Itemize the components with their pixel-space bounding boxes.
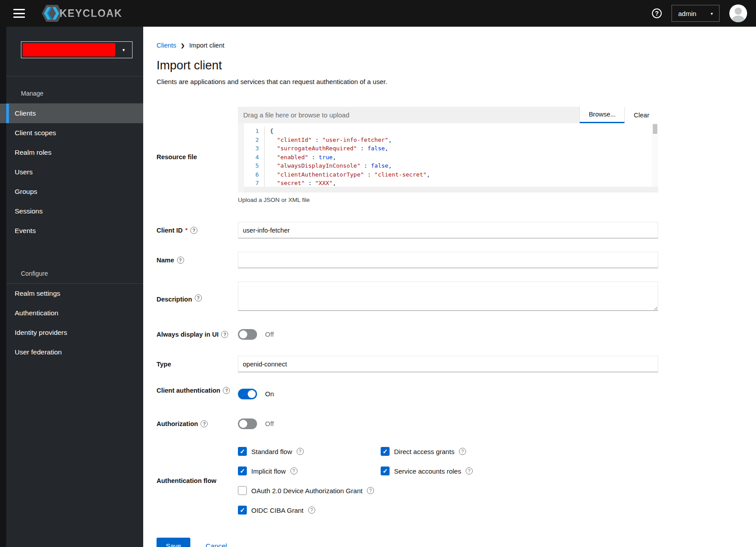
authorization-label: Authorization ? — [157, 415, 238, 432]
nav-section-manage: ManageClientsClient scopesRealm rolesUse… — [0, 85, 143, 241]
always-display-toggle[interactable] — [238, 329, 257, 340]
browse-button[interactable]: Browse... — [579, 107, 624, 123]
client-auth-row: Client authentication ? On — [157, 386, 756, 402]
type-row: Type — [157, 356, 756, 372]
sidebar-item-identity-providers[interactable]: Identity providers — [0, 323, 143, 342]
sidebar-item-clients[interactable]: Clients — [0, 104, 143, 123]
authorization-row: Authorization ? Off — [157, 415, 756, 432]
flow-option-direct-access-grants: ✓Direct access grants? — [381, 447, 658, 456]
avatar[interactable] — [729, 4, 747, 22]
type-input[interactable] — [238, 356, 658, 372]
always-display-row: Always display in UI ? Off — [157, 326, 756, 342]
type-label: Type — [157, 356, 238, 372]
breadcrumb-clients-link[interactable]: Clients — [157, 42, 176, 49]
description-label: Description ? — [157, 282, 238, 313]
save-button[interactable]: Save — [157, 538, 190, 547]
flow-option-oidc-ciba-grant: ✓OIDC CIBA Grant? — [238, 506, 658, 515]
breadcrumb-separator-icon: ❯ — [181, 43, 185, 48]
upload-helper-text: Upload a JSON or XML file — [238, 197, 658, 203]
clear-button[interactable]: Clear — [624, 107, 658, 123]
always-display-label: Always display in UI ? — [157, 326, 238, 342]
help-icon[interactable]: ? — [367, 487, 374, 494]
checkbox-label: Service accounts roles — [394, 467, 461, 475]
client-id-input[interactable] — [238, 222, 658, 238]
checkbox-checked[interactable]: ✓ — [238, 506, 247, 515]
help-icon[interactable]: ? — [290, 467, 298, 475]
help-icon[interactable]: ? — [201, 420, 208, 427]
editor-vertical-scrollbar[interactable] — [652, 123, 658, 187]
toggle-state-text: On — [265, 390, 274, 398]
breadcrumb: Clients ❯ Import client — [157, 42, 756, 49]
sidebar-item-user-federation[interactable]: User federation — [0, 342, 143, 362]
help-icon[interactable]: ? — [308, 507, 315, 514]
editor-code[interactable]: { "clientId" : "user-info-fetcher", "sur… — [265, 127, 652, 187]
help-icon[interactable]: ? — [297, 448, 304, 455]
client-id-label: Client ID * ? — [157, 222, 238, 238]
checkbox-label: Implicit flow — [251, 467, 286, 475]
nav-toggle-icon[interactable] — [13, 9, 25, 18]
checkbox-label: OAuth 2.0 Device Authorization Grant — [251, 487, 362, 495]
flow-option-oauth-2-0-device-authorization-grant: OAuth 2.0 Device Authorization Grant? — [238, 486, 658, 495]
description-row: Description ? — [157, 282, 756, 313]
toggle-state-text: Off — [265, 330, 274, 338]
page-subtitle: Clients are applications and services th… — [157, 78, 756, 85]
client-auth-label: Client authentication ? — [157, 386, 238, 402]
description-textarea[interactable] — [238, 282, 658, 311]
page-title: Import client — [157, 59, 756, 72]
realm-selector[interactable]: ▾ — [21, 41, 133, 58]
flow-option-implicit-flow: ✓Implicit flow? — [238, 467, 381, 475]
client-auth-toggle[interactable] — [238, 389, 257, 399]
chevron-down-icon: ▾ — [115, 47, 132, 53]
brand-name: KEYCLOAK — [60, 8, 122, 20]
user-dropdown-label: admin — [678, 10, 696, 17]
nav-section-title: Configure — [6, 265, 143, 284]
sidebar-item-users[interactable]: Users — [0, 162, 143, 182]
checkbox-unchecked[interactable] — [238, 486, 247, 495]
name-row: Name ? — [157, 252, 756, 268]
flow-option-standard-flow: ✓Standard flow? — [238, 447, 381, 456]
checkbox-checked[interactable]: ✓ — [381, 447, 390, 456]
sidebar-item-realm-roles[interactable]: Realm roles — [0, 143, 143, 162]
help-icon[interactable]: ? — [459, 448, 466, 455]
required-asterisk: * — [185, 225, 188, 235]
sidebar-item-sessions[interactable]: Sessions — [0, 201, 143, 221]
help-icon[interactable]: ? — [466, 467, 473, 475]
file-drop-zone[interactable]: Drag a file here or browse to upload — [238, 107, 579, 123]
name-label: Name ? — [157, 252, 238, 268]
realm-name-redacted — [23, 43, 115, 56]
sidebar-item-authentication[interactable]: Authentication — [0, 303, 143, 323]
checkbox-checked[interactable]: ✓ — [238, 447, 247, 456]
user-dropdown[interactable]: admin ▾ — [672, 5, 720, 22]
editor-line-numbers: 1234567 — [244, 127, 265, 187]
checkbox-checked[interactable]: ✓ — [238, 467, 247, 475]
sidebar-item-groups[interactable]: Groups — [0, 182, 143, 201]
keycloak-logo: KEYCLOAK — [40, 3, 122, 24]
checkbox-checked[interactable]: ✓ — [381, 467, 390, 475]
form-actions: Save Cancel — [157, 538, 756, 547]
auth-flow-label: Authentication flow — [157, 447, 238, 515]
help-icon[interactable]: ? — [190, 227, 197, 234]
auth-flow-row: Authentication flow ✓Standard flow?✓Dire… — [157, 447, 756, 515]
sidebar-item-realm-settings[interactable]: Realm settings — [0, 284, 143, 303]
name-input[interactable] — [238, 252, 658, 268]
json-code-editor[interactable]: 1234567 { "clientId" : "user-info-fetche… — [238, 123, 658, 193]
help-icon[interactable]: ? — [652, 8, 662, 18]
file-upload-group: Drag a file here or browse to upload Bro… — [238, 107, 658, 123]
help-icon[interactable]: ? — [177, 257, 184, 264]
help-icon[interactable]: ? — [221, 331, 228, 338]
help-icon[interactable]: ? — [195, 294, 202, 302]
keycloak-admin-console: KEYCLOAK ? admin ▾ ▾ ManageClientsClient… — [0, 0, 756, 547]
resource-file-row: Resource file Drag a file here or browse… — [157, 107, 756, 203]
nav-section-title: Manage — [6, 85, 143, 104]
masthead: KEYCLOAK ? admin ▾ — [0, 0, 756, 27]
sidebar-item-events[interactable]: Events — [0, 221, 143, 241]
chevron-down-icon: ▾ — [711, 11, 713, 16]
authorization-toggle[interactable] — [238, 418, 257, 429]
client-id-row: Client ID * ? — [157, 222, 756, 238]
help-icon[interactable]: ? — [223, 387, 230, 394]
editor-horizontal-scrollbar[interactable] — [244, 187, 658, 193]
sidebar-item-client-scopes[interactable]: Client scopes — [0, 123, 143, 143]
flow-option-service-accounts-roles: ✓Service accounts roles? — [381, 467, 658, 475]
cancel-button[interactable]: Cancel — [205, 542, 227, 547]
resource-file-label: Resource file — [157, 107, 238, 203]
